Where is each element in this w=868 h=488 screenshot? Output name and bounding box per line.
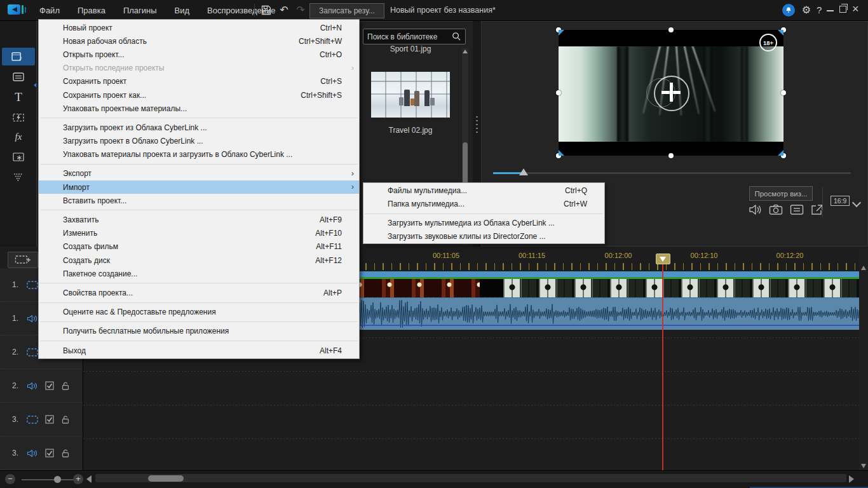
volume-icon[interactable] <box>748 203 763 216</box>
ruler-timestamp: 00:12:20 <box>776 252 804 259</box>
zoom-slider-handle[interactable] <box>54 476 61 483</box>
track-lock-icon[interactable] <box>61 415 70 424</box>
menu-item[interactable]: Загрузить проект из Облака CyberLink ...… <box>39 121 359 134</box>
sidebar-item-title-room[interactable] <box>2 68 35 86</box>
sidebar-item-text-room[interactable]: T <box>2 88 35 106</box>
menu-item[interactable]: Импорт › <box>39 180 359 194</box>
menu-item[interactable]: Загрузить звуковые клипы из DirectorZone… <box>363 229 604 243</box>
sidebar-item-transition-room[interactable] <box>2 109 35 126</box>
track-enable-checkbox[interactable] <box>45 415 54 424</box>
track-lock-icon[interactable] <box>61 449 70 458</box>
selection-handle[interactable] <box>556 90 561 95</box>
menu-item[interactable]: Пакетное создание... › <box>39 267 359 280</box>
menu-item[interactable]: Свойства проекта... Alt+P › <box>39 286 359 299</box>
menu-item[interactable]: Сохранить проект Ctrl+S › <box>39 75 359 88</box>
menu-item[interactable]: Упаковать материалы проекта и загрузить … <box>39 148 359 161</box>
track-header-row[interactable]: 3. <box>0 403 83 437</box>
seek-slider-track[interactable] <box>493 172 851 174</box>
ruler-timestamp: 00:11:05 <box>433 252 459 259</box>
menu-item[interactable]: Сохранить проект как... Ctrl+Shift+S › <box>39 88 359 102</box>
redo-icon: ↷ <box>295 4 306 16</box>
track-enable-checkbox[interactable] <box>45 381 54 390</box>
menu-item[interactable]: Открыть проект... Ctrl+O › <box>39 48 359 61</box>
scroll-up-arrow[interactable] <box>463 50 468 53</box>
scroll-up-arrow[interactable] <box>861 266 866 270</box>
timeline-vertical-scrollbar[interactable] <box>859 249 868 470</box>
selection-handle[interactable] <box>781 90 786 95</box>
chevron-down-icon[interactable] <box>852 198 861 207</box>
figure <box>404 90 410 106</box>
menu-item[interactable]: Новый проект Ctrl+N › <box>39 21 359 34</box>
video-clip-pendulum-scene[interactable] <box>503 279 859 297</box>
menu-item[interactable]: Захватить Alt+F9 › <box>39 213 359 226</box>
library-search-input[interactable]: Поиск в библиотеке <box>363 29 466 44</box>
library-item-thumbnail[interactable] <box>371 72 450 118</box>
menu-item[interactable]: Папка мультимедиа... Ctrl+W › <box>363 198 604 211</box>
track-manager-button[interactable] <box>8 252 38 268</box>
minimize-button[interactable] <box>827 10 834 11</box>
sidebar-item-media-room[interactable]: ♪ <box>2 48 35 65</box>
track-enable-checkbox[interactable] <box>45 449 54 458</box>
restore-button[interactable] <box>839 6 846 13</box>
menu-item[interactable]: Упаковать проектные материалы... › <box>39 102 359 115</box>
playhead-marker[interactable] <box>656 254 670 264</box>
close-button[interactable]: × <box>852 3 859 16</box>
menu-item[interactable]: Экспорт › <box>39 167 359 180</box>
search-icon <box>452 32 461 41</box>
menu-item[interactable]: Выход Alt+F4 › <box>39 344 359 357</box>
menubar-item[interactable]: Плагины <box>123 6 157 15</box>
timeline-horizontal-scrollbar[interactable] <box>95 474 846 482</box>
center-crosshair-overlay[interactable] <box>654 76 689 111</box>
video-track-icon <box>27 416 38 424</box>
menu-item[interactable]: Создать фильм Alt+F11 › <box>39 240 359 254</box>
menubar-item[interactable]: Вид <box>175 6 190 15</box>
import-submenu: Файлы мультимедиа... Ctrl+Q › Папка муль… <box>363 182 605 244</box>
menubar-item[interactable]: Правка <box>78 6 105 15</box>
menu-item[interactable]: Файлы мультимедиа... Ctrl+Q › <box>363 184 604 198</box>
selection-handle[interactable] <box>668 27 674 32</box>
save-icon[interactable] <box>261 4 272 16</box>
menu-item[interactable]: Загрузить мультимедиа из Облака CyberLin… <box>363 217 604 230</box>
track-header-row[interactable]: 3. <box>0 437 83 470</box>
seek-slider-thumb[interactable] <box>519 168 528 175</box>
help-icon[interactable]: ? <box>817 4 822 15</box>
sidebar-item-effect-room[interactable]: fx <box>2 128 35 146</box>
zoom-out-button[interactable]: − <box>5 474 15 484</box>
sidebar-item-particle-room[interactable]: ∗ <box>2 148 35 166</box>
menu-item[interactable]: Новая рабочая область Ctrl+Shift+W › <box>39 34 359 48</box>
toolbar-divider <box>254 4 255 17</box>
zoom-in-button[interactable]: + <box>73 474 83 484</box>
menu-item[interactable]: Вставить проект... › <box>39 194 359 207</box>
menu-item[interactable]: Изменить Alt+F10 › <box>39 227 359 240</box>
track-header-row[interactable]: 2. <box>0 369 83 403</box>
scroll-right-arrow[interactable] <box>849 475 854 483</box>
menu-item-shortcut: Ctrl+S <box>320 77 342 86</box>
notifications-bell-icon[interactable] <box>782 4 795 17</box>
undock-window-icon[interactable] <box>810 203 825 216</box>
audio-track-icon <box>27 382 38 390</box>
sidebar-item-particle-drop-room[interactable] <box>2 168 35 186</box>
zoom-slider-track[interactable] <box>22 479 76 480</box>
undo-icon[interactable]: ↶ <box>278 4 290 16</box>
record-result-button[interactable]: Записать резу... <box>309 3 384 18</box>
scroll-left-arrow[interactable] <box>86 475 92 483</box>
info-details-icon[interactable] <box>790 203 805 216</box>
scrollbar-handle[interactable] <box>148 475 184 482</box>
track-lock-icon[interactable] <box>61 381 70 390</box>
aspect-ratio-selector[interactable]: 16:9 <box>831 196 850 206</box>
snapshot-camera-icon[interactable] <box>769 203 784 216</box>
menu-item[interactable]: Загрузить проект в Облако CyberLink ... … <box>39 135 359 148</box>
settings-gear-icon[interactable]: ⚙ <box>800 4 813 17</box>
menu-item[interactable]: Создать диск Alt+F12 › <box>39 254 359 267</box>
scroll-down-arrow[interactable] <box>861 464 866 468</box>
preview-quality-button[interactable]: Просмотр виз... <box>749 186 813 201</box>
library-item-label[interactable]: Travel 02.jpg <box>366 126 455 135</box>
selection-handle[interactable] <box>668 153 674 158</box>
menubar-item[interactable]: Файл <box>39 6 60 15</box>
playhead-line[interactable] <box>662 263 663 470</box>
menu-item[interactable]: Открыть последние проекты › <box>39 62 359 75</box>
library-item-label[interactable]: Sport 01.jpg <box>366 44 455 53</box>
menu-item[interactable]: Получить бесплатные мобильные приложения… <box>39 325 359 338</box>
preview-video-frame[interactable]: 18+ <box>559 30 783 156</box>
menu-item[interactable]: Оцените нас & Предоставьте предложения › <box>39 306 359 319</box>
